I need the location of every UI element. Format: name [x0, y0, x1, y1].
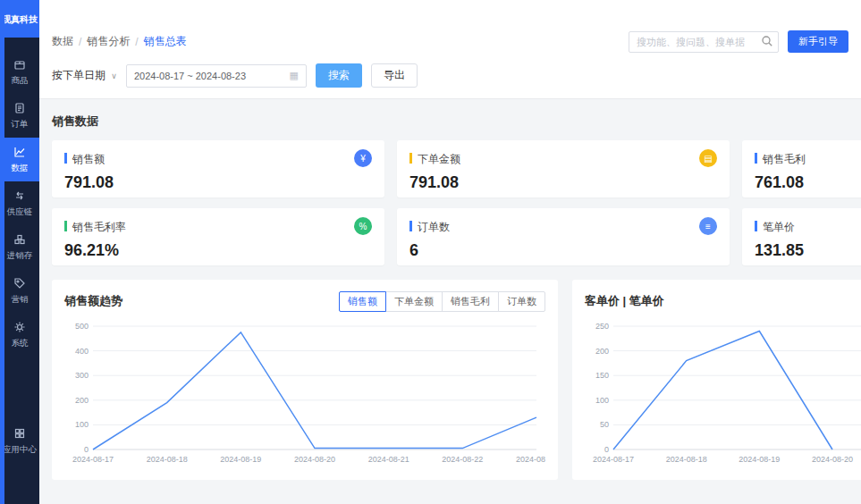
breadcrumb-separator: / — [135, 36, 138, 48]
guide-button[interactable]: 新手引导 — [788, 30, 848, 53]
yuan-icon: ¥ — [354, 149, 372, 167]
sidebar-item-supply-chain[interactable]: 供应链 — [0, 181, 39, 225]
stat-card-order-count: 订单数 ≡ 6 — [397, 208, 730, 265]
stat-cards: 销售额 ¥ 791.08 下单金额 ▤ 791.08 销售毛利 761.08 销… — [52, 140, 861, 265]
sidebar-item-label: 供应链 — [7, 206, 33, 218]
breadcrumb: 数据 / 销售分析 / 销售总表 — [52, 34, 187, 49]
panel-title: 客单价 | 笔单价 — [585, 293, 664, 309]
breadcrumb-item[interactable]: 数据 — [52, 34, 73, 49]
gear-icon — [13, 321, 26, 335]
svg-text:2024-08-17: 2024-08-17 — [593, 455, 634, 464]
export-button[interactable]: 导出 — [371, 63, 418, 88]
orders-icon — [13, 102, 26, 116]
sidebar-item-label: 系统 — [12, 338, 29, 349]
breadcrumb-item[interactable]: 销售分析 — [87, 34, 130, 49]
search-icon[interactable] — [761, 35, 773, 51]
accent-bar — [755, 153, 757, 164]
search-button[interactable]: 搜索 — [316, 63, 362, 88]
sidebar-item-inventory[interactable]: 进销存 — [0, 225, 39, 269]
stat-card-sales-amount: 销售额 ¥ 791.08 — [52, 140, 384, 197]
per-order-price-line-chart: 0501001502002502024-08-172024-08-182024-… — [585, 317, 861, 467]
svg-text:2024-08-22: 2024-08-22 — [442, 455, 483, 464]
sidebar-item-label: 应用中心 — [3, 444, 37, 456]
sidebar-nav: 商品 订单 数据 供应链 进销存 营销 — [0, 50, 39, 357]
stat-card-per-order-price: 笔单价 131.85 — [742, 208, 861, 265]
svg-text:50: 50 — [600, 420, 609, 429]
tab-gross-profit[interactable]: 销售毛利 — [442, 291, 499, 312]
stat-value: 6 — [409, 241, 717, 260]
svg-text:2024-08-23: 2024-08-23 — [516, 455, 545, 464]
svg-text:400: 400 — [75, 347, 89, 356]
breadcrumb-separator: / — [79, 36, 81, 48]
svg-text:250: 250 — [595, 322, 609, 331]
percent-icon: % — [354, 217, 372, 235]
stat-value: 761.08 — [755, 173, 861, 192]
stat-card-order-amount: 下单金额 ▤ 791.08 — [397, 140, 730, 197]
tab-order-amount[interactable]: 下单金额 — [385, 291, 443, 312]
tab-order-count[interactable]: 订单数 — [498, 291, 545, 312]
main-area: 数据 / 销售分析 / 销售总表 新手引导 按下单日期 ∨ — [39, 0, 861, 504]
svg-text:2024-08-18: 2024-08-18 — [147, 455, 188, 464]
topbar: 数据 / 销售分析 / 销售总表 新手引导 — [39, 0, 861, 60]
order-doc-icon: ▤ — [699, 149, 717, 167]
svg-text:2024-08-19: 2024-08-19 — [739, 455, 780, 464]
svg-text:0: 0 — [84, 445, 89, 454]
sidebar-item-label: 商品 — [12, 75, 29, 87]
stat-value: 791.08 — [64, 173, 372, 192]
sidebar-item-label: 数据 — [12, 163, 29, 174]
inventory-icon — [13, 233, 26, 248]
calendar-icon: ▦ — [290, 70, 299, 81]
stat-card-gross-profit: 销售毛利 761.08 — [742, 140, 861, 197]
filterbar: 按下单日期 ∨ 2024-08-17 ~ 2024-08-23 ▦ 搜索 导出 — [39, 60, 861, 99]
global-search — [629, 31, 779, 53]
data-chart-icon — [13, 146, 26, 160]
svg-text:0: 0 — [604, 445, 609, 454]
supply-chain-icon — [13, 189, 26, 204]
date-range-input[interactable]: 2024-08-17 ~ 2024-08-23 ▦ — [126, 64, 307, 88]
svg-text:2024-08-20: 2024-08-20 — [294, 455, 335, 464]
svg-text:100: 100 — [75, 420, 89, 429]
svg-text:200: 200 — [595, 347, 609, 356]
chart-metric-tabs: 销售额 下单金额 销售毛利 订单数 — [339, 291, 545, 312]
order-count-icon: ≡ — [699, 217, 717, 235]
section-title: 销售数据 — [52, 113, 848, 130]
search-input[interactable] — [629, 31, 779, 53]
accent-bar — [64, 153, 67, 164]
svg-text:2024-08-19: 2024-08-19 — [220, 455, 261, 464]
svg-text:2024-08-20: 2024-08-20 — [812, 455, 853, 464]
breadcrumb-current: 销售总表 — [144, 34, 187, 49]
sidebar-item-products[interactable]: 商品 — [0, 50, 39, 94]
accent-bar — [64, 221, 67, 231]
per-order-price-panel: 客单价 | 笔单价 0501001502002502024-08-172024-… — [572, 280, 861, 480]
sidebar-item-system[interactable]: 系统 — [0, 313, 39, 357]
stat-value: 791.08 — [409, 173, 717, 192]
app-root: 现真科技 商品 订单 数据 供应链 进销存 — [0, 0, 861, 504]
products-icon — [13, 58, 26, 72]
accent-bar — [755, 221, 757, 231]
chart-panels: 销售额趋势 销售额 下单金额 销售毛利 订单数 0100200300400500… — [52, 280, 861, 480]
svg-text:100: 100 — [595, 396, 609, 405]
sidebar-item-app-center[interactable]: 应用中心 — [0, 419, 39, 463]
sidebar-item-label: 营销 — [12, 294, 29, 306]
svg-text:2024-08-18: 2024-08-18 — [666, 455, 707, 464]
sales-trend-line-chart: 01002003004005002024-08-172024-08-182024… — [64, 317, 545, 467]
accent-bar — [409, 221, 412, 231]
tab-sales-amount[interactable]: 销售额 — [339, 291, 386, 312]
logo: 现真科技 — [0, 0, 39, 38]
date-type-dropdown[interactable]: 按下单日期 ∨ — [52, 68, 117, 83]
svg-text:200: 200 — [75, 396, 89, 405]
sidebar-item-data[interactable]: 数据 — [0, 138, 39, 181]
sidebar-item-label: 订单 — [12, 119, 29, 130]
stat-card-gross-margin: 销售毛利率 % 96.21% — [52, 208, 384, 265]
content: 销售数据 销售额 ¥ 791.08 下单金额 ▤ 791.08 销售毛利 761… — [39, 99, 861, 504]
stat-value: 96.21% — [64, 241, 372, 260]
app-center-icon — [13, 427, 26, 441]
sidebar-item-label: 进销存 — [7, 250, 33, 262]
sidebar-item-orders[interactable]: 订单 — [0, 94, 39, 138]
svg-text:500: 500 — [75, 322, 89, 331]
sidebar-item-marketing[interactable]: 营销 — [0, 269, 39, 313]
panel-title: 销售额趋势 — [64, 293, 122, 309]
sales-trend-panel: 销售额趋势 销售额 下单金额 销售毛利 订单数 0100200300400500… — [52, 280, 558, 480]
svg-text:2024-08-17: 2024-08-17 — [72, 455, 114, 464]
chevron-down-icon: ∨ — [111, 71, 117, 80]
